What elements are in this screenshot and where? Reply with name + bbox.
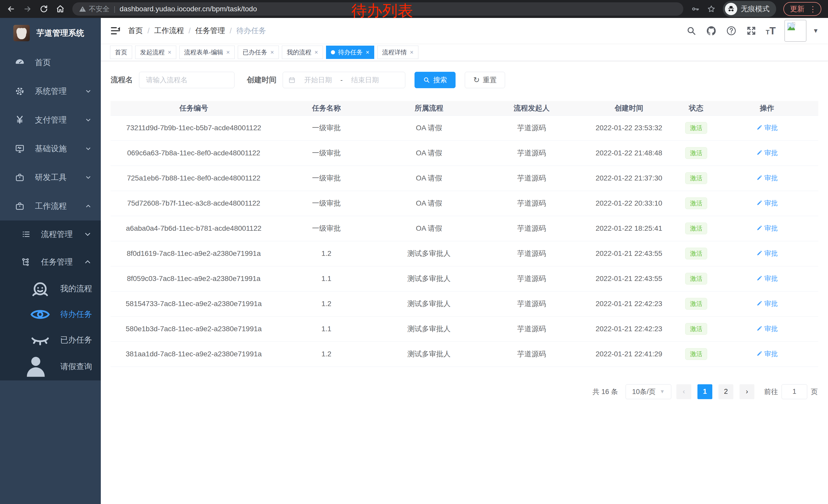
end-date-input[interactable]	[346, 76, 384, 84]
edit-pencil-icon	[756, 175, 762, 181]
table-row: 381aa1dd-7ac8-11ec-a9e2-a2380e71991a 1.2…	[111, 341, 818, 367]
sidebar-item-my-process[interactable]: 我的流程	[0, 276, 101, 302]
breadcrumb-workflow[interactable]: 工作流程	[154, 26, 184, 36]
cell-task-name: 一级审批	[277, 166, 376, 191]
approve-link[interactable]: 审批	[756, 324, 778, 333]
browser-update-button[interactable]: 更新 ⋮	[783, 2, 821, 16]
tab-todo-tasks[interactable]: 待办任务×	[326, 46, 374, 59]
status-badge: 激活	[685, 122, 707, 134]
briefcase-icon	[15, 173, 25, 182]
task-table: 任务编号 任务名称 所属流程 流程发起人 创建时间 状态 操作 73211d9d…	[111, 101, 818, 367]
tab-close-icon[interactable]: ×	[366, 49, 369, 56]
tab-form-edit[interactable]: 流程表单-编辑×	[179, 46, 235, 59]
col-status: 状态	[677, 101, 716, 116]
cell-starter: 芋道源码	[482, 291, 581, 316]
sidebar-item-workflow[interactable]: 工作流程	[0, 192, 101, 221]
reset-button[interactable]: ↻ 重置	[465, 72, 505, 88]
approve-link[interactable]: 审批	[756, 350, 778, 358]
sidebar-item-task-management[interactable]: 任务管理	[0, 248, 101, 276]
edit-pencil-icon	[756, 150, 762, 156]
cell-task-name: 一级审批	[277, 216, 376, 241]
sidebar-collapse-icon[interactable]	[110, 26, 121, 36]
search-button[interactable]: 搜索	[415, 72, 456, 88]
tab-close-icon[interactable]: ×	[271, 49, 274, 56]
annotation-overlay-text: 待办列表	[351, 1, 413, 21]
fullscreen-icon[interactable]	[746, 25, 757, 36]
goto-page-input[interactable]	[782, 384, 807, 399]
approve-link[interactable]: 审批	[756, 249, 778, 258]
tab-close-icon[interactable]: ×	[315, 49, 318, 56]
pagination-total: 共 16 条	[592, 387, 618, 396]
approve-link[interactable]: 审批	[756, 174, 778, 183]
tab-done-tasks[interactable]: 已办任务×	[238, 46, 279, 59]
tab-close-icon[interactable]: ×	[226, 49, 230, 56]
sidebar-item-done-tasks[interactable]: 已办任务	[0, 327, 101, 353]
table-row: 8f059c03-7ac8-11ec-a9e2-a2380e71991a 1.1…	[111, 266, 818, 291]
browser-home-icon[interactable]	[56, 5, 65, 13]
avatar-caret-icon[interactable]: ▼	[813, 27, 819, 34]
sidebar-item-infrastructure[interactable]: 基础设施	[0, 134, 101, 163]
process-name-input[interactable]	[139, 72, 235, 88]
cell-create-time: 2022-01-21 22:41:29	[581, 341, 677, 367]
goto-label: 前往	[764, 387, 778, 396]
cell-create-time: 2022-01-22 21:48:48	[581, 140, 677, 166]
font-size-icon[interactable]: TT	[766, 25, 776, 37]
cell-create-time: 2022-01-21 22:42:23	[581, 291, 677, 316]
sidebar-item-system[interactable]: 系统管理	[0, 77, 101, 106]
chevron-down-icon: ▼	[660, 388, 665, 395]
browser-back-icon[interactable]	[7, 5, 15, 13]
edit-pencil-icon	[756, 351, 762, 357]
password-key-icon[interactable]	[691, 5, 700, 13]
sidebar-logo-row[interactable]: 芋道管理系统	[0, 18, 101, 48]
chevron-down-icon	[83, 230, 92, 239]
page-2-button[interactable]: 2	[718, 384, 733, 399]
browser-menu-dots-icon[interactable]: ⋮	[809, 5, 817, 13]
next-page-button[interactable]: ›	[740, 384, 754, 399]
status-badge: 激活	[685, 323, 707, 335]
tab-home[interactable]: 首页	[110, 46, 132, 59]
approve-link[interactable]: 审批	[756, 148, 778, 157]
tab-close-icon[interactable]: ×	[168, 49, 171, 56]
approve-link[interactable]: 审批	[756, 123, 778, 132]
approve-link[interactable]: 审批	[756, 274, 778, 283]
sidebar-item-home[interactable]: 首页	[0, 48, 101, 77]
sidebar-item-todo-tasks[interactable]: 待办任务	[0, 302, 101, 327]
browser-toolbar: 不安全 | dashboard.yudao.iocoder.cn/bpm/tas…	[0, 0, 828, 18]
browser-reload-icon[interactable]	[40, 5, 48, 13]
sidebar-item-devtools[interactable]: 研发工具	[0, 163, 101, 192]
approve-link[interactable]: 审批	[756, 299, 778, 308]
bookmark-star-icon[interactable]	[707, 5, 716, 13]
avatar[interactable]	[784, 20, 806, 42]
start-date-input[interactable]	[299, 76, 337, 84]
sidebar-item-process-management[interactable]: 流程管理	[0, 221, 101, 248]
github-icon[interactable]	[706, 25, 717, 36]
cell-task-name: 1.2	[277, 341, 376, 367]
date-range-picker[interactable]: -	[283, 72, 405, 88]
breadcrumb-task-management[interactable]: 任务管理	[195, 26, 225, 36]
page-1-button[interactable]: 1	[697, 384, 712, 399]
browser-forward-icon[interactable]	[23, 5, 32, 13]
chevron-down-icon	[84, 145, 92, 152]
table-row: 58154733-7ac8-11ec-a9e2-a2380e71991a 1.2…	[111, 291, 818, 316]
cell-task-name: 1.2	[277, 291, 376, 316]
cell-starter: 芋道源码	[482, 341, 581, 367]
page-size-select[interactable]: 10条/页 ▼	[626, 384, 671, 399]
cell-process: OA 请假	[376, 140, 482, 166]
breadcrumb-home[interactable]: 首页	[128, 26, 143, 36]
approve-link[interactable]: 审批	[756, 224, 778, 233]
sidebar-item-leave-query[interactable]: 请假查询	[0, 353, 101, 380]
tab-close-icon[interactable]: ×	[410, 49, 413, 56]
prev-page-button[interactable]: ‹	[676, 384, 691, 399]
col-create-time: 创建时间	[581, 101, 677, 116]
cell-starter: 芋道源码	[482, 140, 581, 166]
tab-process-detail[interactable]: 流程详情×	[377, 46, 418, 59]
header-search-icon[interactable]	[686, 25, 697, 36]
sidebar-item-payment[interactable]: 支付管理	[0, 106, 101, 134]
tab-start-process[interactable]: 发起流程×	[135, 46, 176, 59]
cell-task-id: 580e1b3d-7ac8-11ec-a9e2-a2380e71991a	[111, 316, 277, 341]
user-icon	[22, 353, 50, 381]
help-icon[interactable]	[726, 25, 737, 36]
tab-my-process[interactable]: 我的流程×	[282, 46, 323, 59]
cell-starter: 芋道源码	[482, 191, 581, 216]
approve-link[interactable]: 审批	[756, 199, 778, 208]
